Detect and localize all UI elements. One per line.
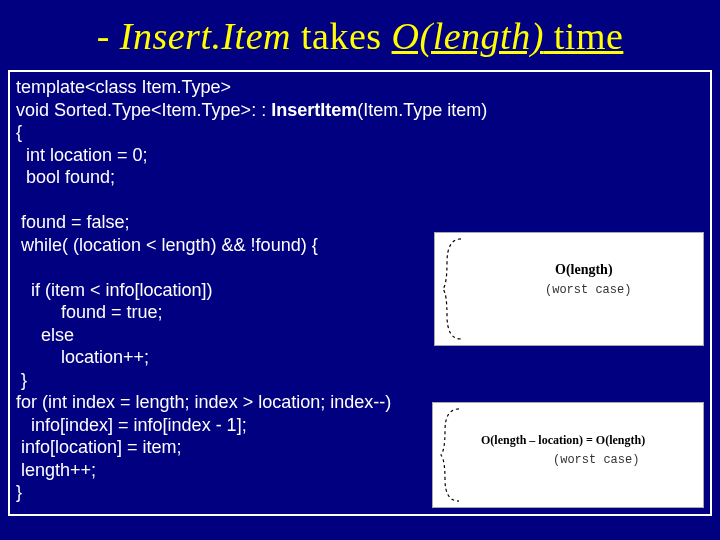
- panel1-label: O(length): [555, 261, 613, 279]
- title-end: time: [544, 15, 624, 57]
- panel1-sub: (worst case): [545, 283, 631, 298]
- brace-icon: [439, 407, 467, 503]
- code-line: void Sorted.Type<Item.Type>: : InsertIte…: [16, 99, 704, 122]
- code-line: template<class Item.Type>: [16, 76, 704, 99]
- code-block: template<class Item.Type> void Sorted.Ty…: [8, 70, 712, 516]
- slide-title: - Insert.Item takes O(length) time: [0, 0, 720, 66]
- code-line: }: [16, 369, 704, 392]
- code-text: void Sorted.Type<Item.Type>: :: [16, 100, 271, 120]
- title-italic-1: Insert.Item: [120, 15, 291, 57]
- code-line: int location = 0;: [16, 144, 704, 167]
- title-italic-2: O(length): [392, 15, 544, 57]
- slide: - Insert.Item takes O(length) time templ…: [0, 0, 720, 540]
- code-bold: InsertItem: [271, 100, 357, 120]
- code-blank: [16, 189, 704, 212]
- title-prefix: -: [97, 15, 120, 57]
- code-line: bool found;: [16, 166, 704, 189]
- panel2-label: O(length – location) = O(length): [481, 433, 645, 448]
- complexity-panel-2: O(length – location) = O(length) (worst …: [432, 402, 704, 508]
- complexity-panel-1: O(length) (worst case): [434, 232, 704, 346]
- code-line: location++;: [16, 346, 704, 369]
- title-mid: takes: [291, 15, 392, 57]
- panel2-sub: (worst case): [553, 453, 639, 468]
- code-line: found = false;: [16, 211, 704, 234]
- brace-icon: [441, 237, 469, 341]
- code-line: {: [16, 121, 704, 144]
- code-text: (Item.Type item): [357, 100, 487, 120]
